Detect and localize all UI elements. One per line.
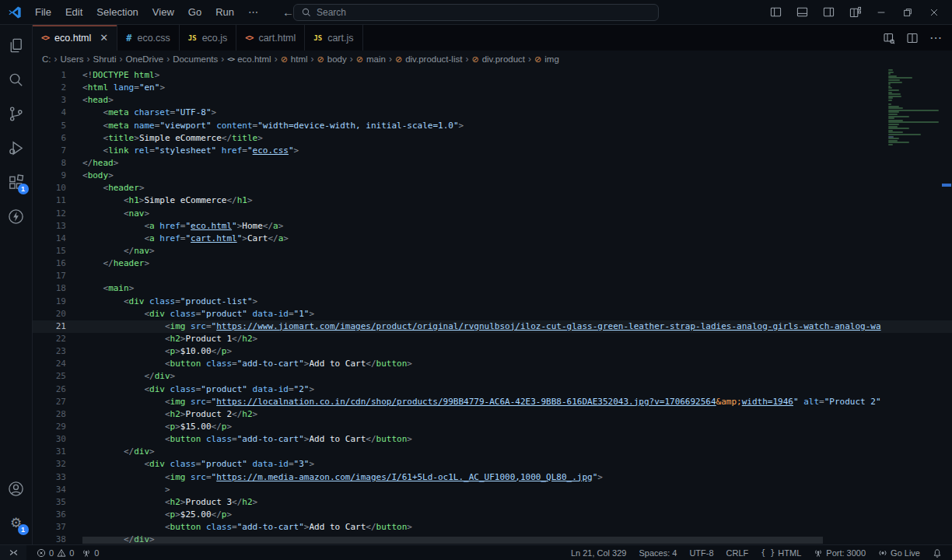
code-line-10[interactable]: 10 <header>: [33, 182, 952, 194]
toggle-panel-icon[interactable]: [790, 0, 814, 25]
problems-indicator[interactable]: 0 0: [33, 545, 78, 560]
code-line-12[interactable]: 12 <nav>: [33, 208, 952, 220]
breadcrumb-item-onedrive[interactable]: OneDrive: [126, 54, 164, 64]
breadcrumb-item-eco.html[interactable]: <>eco.html: [227, 54, 271, 64]
tab-cart.js[interactable]: JScart.js: [305, 25, 362, 51]
code-line-20[interactable]: 20 <div class="product" data-id="1">: [33, 308, 952, 320]
code-line-5[interactable]: 5 <meta name="viewport" content="width=d…: [33, 120, 952, 132]
menu-go[interactable]: Go: [181, 0, 208, 25]
code-line-14[interactable]: 14 <a href="cart.html">Cart</a>: [33, 233, 952, 245]
code-line-37[interactable]: 37 <button class="add-to-cart">Add to Ca…: [33, 521, 952, 534]
code-line-23[interactable]: 23 <p>$10.00</p>: [33, 345, 952, 358]
menu-view[interactable]: View: [145, 0, 181, 25]
code-line-24[interactable]: 24 <button class="add-to-cart">Add to Ca…: [33, 358, 952, 370]
tab-eco.css[interactable]: #eco.css: [117, 25, 180, 51]
line-content: <p>$15.00</p>: [82, 421, 952, 433]
breadcrumb-item-c[interactable]: C:: [42, 54, 51, 64]
horizontal-scrollbar[interactable]: [82, 537, 823, 544]
breadcrumb-item-users[interactable]: Users: [61, 54, 84, 64]
go-live-button[interactable]: Go Live: [874, 548, 924, 558]
code-editor[interactable]: 1<!DOCTYPE html>2<html lang="en">3<head>…: [33, 68, 952, 544]
code-line-2[interactable]: 2<html lang="en">: [33, 82, 952, 94]
tab-eco.js[interactable]: JSeco.js: [180, 25, 237, 51]
remote-indicator[interactable]: [0, 545, 26, 560]
breadcrumb-separator: ›: [275, 54, 278, 65]
indentation[interactable]: Spaces: 4: [635, 548, 681, 558]
breadcrumb-item-div.product[interactable]: ⊘div.product: [471, 54, 525, 65]
code-line-6[interactable]: 6 <title>Simple eCommerce</title>: [33, 132, 952, 145]
cursor-position[interactable]: Ln 21, Col 329: [567, 548, 631, 558]
customize-layout-icon[interactable]: [843, 0, 866, 25]
code-line-34[interactable]: 34 >: [33, 484, 952, 496]
breadcrumb-item-img[interactable]: ⊘img: [534, 54, 559, 65]
code-line-18[interactable]: 18 <main>: [33, 282, 952, 295]
preview-icon[interactable]: [883, 32, 895, 44]
breadcrumb-item-shruti[interactable]: Shruti: [93, 54, 117, 64]
code-line-27[interactable]: 27 <img src="https://localnation.co.in/c…: [33, 396, 952, 408]
menu-selection[interactable]: Selection: [89, 0, 145, 25]
breadcrumb-item-main[interactable]: ⊘main: [356, 54, 386, 65]
menu-file[interactable]: File: [28, 0, 58, 25]
code-line-32[interactable]: 32 <div class="product" data-id="3">: [33, 458, 952, 471]
restore-icon[interactable]: [896, 0, 919, 25]
code-line-17[interactable]: 17: [33, 270, 952, 282]
tab-close-icon[interactable]: ✕: [100, 32, 108, 44]
eol-sequence[interactable]: CRLF: [723, 548, 753, 558]
code-line-25[interactable]: 25 </div>: [33, 370, 952, 383]
code-line-33[interactable]: 33 <img src="https://m.media-amazon.com/…: [33, 471, 952, 484]
minimize-icon[interactable]: [870, 0, 893, 25]
code-line-21[interactable]: 21 <img src="https://www.jiomart.com/ima…: [33, 320, 952, 333]
source-control-icon[interactable]: [0, 96, 33, 131]
code-line-22[interactable]: 22 <h2>Product 1</h2>: [33, 333, 952, 345]
breadcrumb-item-documents[interactable]: Documents: [173, 54, 218, 64]
close-icon[interactable]: [922, 0, 946, 25]
run-debug-icon[interactable]: [0, 131, 33, 165]
code-line-4[interactable]: 4 <meta charset="UTF-8">: [33, 107, 952, 119]
code-line-28[interactable]: 28 <h2>Product 2</h2>: [33, 408, 952, 421]
settings-gear-icon[interactable]: ⚙ 1: [0, 506, 33, 540]
search-sidebar-icon[interactable]: [0, 62, 33, 96]
code-line-31[interactable]: 31 </div>: [33, 446, 952, 458]
tab-cart.html[interactable]: <>cart.html: [236, 25, 305, 51]
toggle-secondary-sidebar-icon[interactable]: [817, 0, 840, 25]
back-arrow-icon[interactable]: ←: [282, 5, 294, 19]
language-mode[interactable]: { } HTML: [757, 548, 805, 558]
code-line-26[interactable]: 26 <div class="product" data-id="2">: [33, 383, 952, 396]
code-line-7[interactable]: 7 <link rel="stylesheet" href="eco.css">: [33, 145, 952, 157]
overview-ruler[interactable]: [941, 68, 952, 544]
code-line-13[interactable]: 13 <a href="eco.html">Home</a>: [33, 220, 952, 233]
ports-indicator[interactable]: 0: [78, 545, 103, 560]
code-line-35[interactable]: 35 <h2>Product 3</h2>: [33, 496, 952, 509]
menu-more[interactable]: ⋯: [241, 0, 265, 25]
tab-eco.html[interactable]: <>eco.html✕: [33, 25, 117, 51]
breadcrumb-item-div.product-list[interactable]: ⊘div.product-list: [395, 54, 463, 65]
account-icon[interactable]: [0, 471, 33, 506]
code-line-15[interactable]: 15 </nav>: [33, 245, 952, 257]
code-line-3[interactable]: 3<head>: [33, 94, 952, 107]
notifications-bell[interactable]: [929, 548, 946, 558]
port-indicator[interactable]: Port: 3000: [810, 548, 870, 558]
extensions-icon[interactable]: 1: [0, 165, 33, 199]
code-line-1[interactable]: 1<!DOCTYPE html>: [33, 69, 952, 82]
menu-edit[interactable]: Edit: [58, 0, 89, 25]
toggle-sidebar-icon[interactable]: [764, 0, 787, 25]
code-line-9[interactable]: 9<body>: [33, 170, 952, 182]
html-file-icon: <>: [245, 33, 253, 42]
breadcrumb-item-body[interactable]: ⊘body: [317, 54, 347, 65]
code-line-36[interactable]: 36 <p>$25.00</p>: [33, 509, 952, 521]
thunder-client-icon[interactable]: [0, 199, 33, 233]
breadcrumb-item-html[interactable]: ⊘html: [281, 54, 308, 65]
menu-run[interactable]: Run: [208, 0, 241, 25]
split-editor-icon[interactable]: [906, 32, 919, 44]
code-line-8[interactable]: 8</head>: [33, 157, 952, 170]
minimap[interactable]: [888, 69, 941, 146]
explorer-icon[interactable]: [0, 28, 33, 62]
code-line-16[interactable]: 16 </header>: [33, 257, 952, 270]
code-line-19[interactable]: 19 <div class="product-list">: [33, 296, 952, 308]
more-actions-icon[interactable]: ⋯: [929, 30, 943, 45]
code-line-11[interactable]: 11 <h1>Simple eCommerce</h1>: [33, 194, 952, 207]
code-line-29[interactable]: 29 <p>$15.00</p>: [33, 421, 952, 433]
code-line-30[interactable]: 30 <button class="add-to-cart">Add to Ca…: [33, 433, 952, 446]
encoding[interactable]: UTF-8: [685, 548, 717, 558]
command-search-box[interactable]: Search: [293, 4, 659, 21]
